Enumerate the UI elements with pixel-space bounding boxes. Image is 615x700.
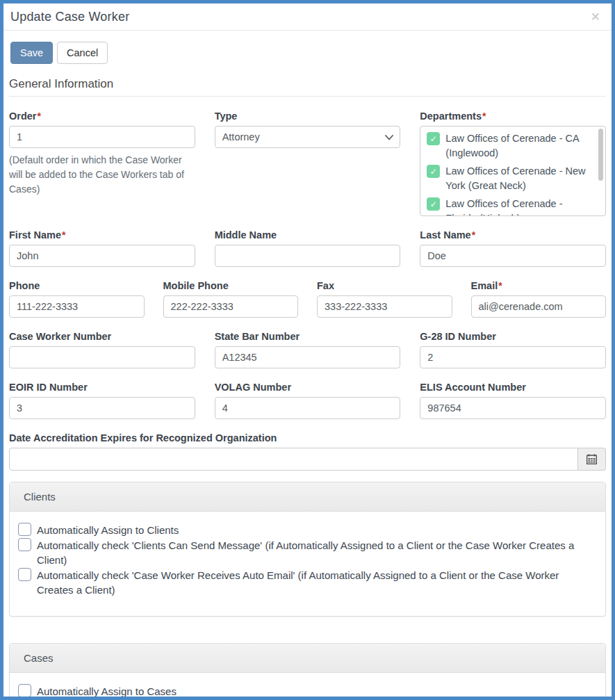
save-button[interactable]: Save	[10, 42, 53, 64]
dialog-titlebar: Update Case Worker ✕	[3, 3, 612, 31]
clients-panel-title: Clients	[24, 491, 56, 503]
auto-assign-clients-checkbox-row[interactable]: Automatically Assign to Clients	[18, 523, 597, 537]
order-label: Order*	[9, 111, 195, 122]
required-marker: *	[482, 111, 486, 122]
section-title: General Information	[9, 77, 606, 91]
required-marker: *	[62, 229, 65, 241]
required-marker: *	[498, 280, 502, 291]
unchecked-checkbox[interactable]	[18, 538, 31, 551]
calendar-icon	[587, 454, 597, 464]
form-row-6: Date Accreditation Expires for Recognize…	[9, 432, 606, 471]
g28-id-number-label: G-28 ID Number	[420, 331, 606, 342]
general-information-section-heading: General Information	[9, 77, 606, 97]
email-label: Email*	[471, 280, 607, 291]
g28-id-number-field-group: G-28 ID Number	[420, 331, 606, 368]
volag-number-field-group: VOLAG Number	[215, 382, 401, 419]
cases-panel-header: Cases	[10, 644, 605, 673]
g28-id-number-input[interactable]	[420, 346, 606, 368]
email-input[interactable]	[471, 295, 607, 318]
first-name-field-group: First Name*	[9, 229, 195, 267]
calendar-button[interactable]	[578, 448, 606, 471]
type-field-group: Type Attorney	[215, 111, 401, 216]
close-button[interactable]: ✕	[588, 10, 603, 24]
dialog-toolbar: Save Cancel	[10, 42, 612, 64]
departments-label: Departments*	[420, 111, 606, 122]
section-divider	[9, 96, 606, 97]
chevron-down-icon	[385, 135, 393, 140]
date-accreditation-input[interactable]	[9, 448, 578, 471]
case-worker-receives-auto-email-checkbox-row[interactable]: Automatically check 'Case Worker Receive…	[18, 568, 597, 597]
unchecked-checkbox[interactable]	[18, 523, 31, 536]
state-bar-number-input[interactable]	[215, 346, 401, 368]
unchecked-checkbox[interactable]	[18, 568, 31, 581]
update-case-worker-dialog: Update Case Worker ✕ Save Cancel General…	[0, 0, 615, 700]
fax-label: Fax	[317, 280, 452, 291]
last-name-label: Last Name*	[420, 229, 606, 241]
clients-panel-header: Clients	[10, 482, 605, 512]
form-row-3: Phone Mobile Phone Fax Email*	[9, 280, 606, 318]
first-name-label: First Name*	[9, 229, 195, 241]
phone-label: Phone	[9, 280, 145, 291]
eoir-id-number-field-group: EOIR ID Number	[9, 382, 195, 419]
fax-input[interactable]	[317, 295, 452, 318]
middle-name-label: Middle Name	[215, 229, 401, 241]
form-row-2: First Name* Middle Name Last Name*	[9, 229, 606, 267]
mobile-phone-label: Mobile Phone	[163, 280, 299, 291]
elis-account-number-label: ELIS Account Number	[420, 382, 606, 393]
eoir-id-number-label: EOIR ID Number	[9, 382, 195, 393]
eoir-id-number-input[interactable]	[9, 397, 195, 419]
mobile-phone-input[interactable]	[163, 295, 299, 318]
unchecked-checkbox[interactable]	[18, 684, 31, 697]
first-name-input[interactable]	[9, 245, 195, 267]
state-bar-number-label: State Bar Number	[215, 331, 401, 342]
type-label: Type	[215, 111, 401, 122]
phone-field-group: Phone	[9, 280, 145, 318]
required-marker: *	[38, 111, 41, 122]
departments-field-group: Departments* ✓ Law Offices of Cerenade -…	[420, 111, 606, 216]
required-marker: *	[472, 229, 475, 241]
fax-field-group: Fax	[317, 280, 452, 318]
last-name-field-group: Last Name*	[420, 229, 606, 267]
phone-input[interactable]	[9, 295, 145, 318]
middle-name-field-group: Middle Name	[215, 229, 401, 267]
type-select[interactable]: Attorney	[215, 126, 401, 148]
auto-assign-cases-checkbox-row[interactable]: Automatically Assign to Cases	[18, 684, 597, 699]
dialog-title: Update Case Worker	[10, 10, 129, 24]
case-worker-form: Order* (Default order in which the Case …	[3, 111, 612, 471]
form-row-1: Order* (Default order in which the Case …	[9, 111, 606, 216]
cancel-button[interactable]: Cancel	[57, 42, 108, 64]
mobile-phone-field-group: Mobile Phone	[163, 280, 299, 318]
form-row-4: Case Worker Number State Bar Number G-28…	[9, 331, 606, 368]
form-row-5: EOIR ID Number VOLAG Number ELIS Account…	[9, 382, 606, 419]
listbox-scrollbar[interactable]	[598, 129, 603, 181]
checked-checkbox-icon[interactable]: ✓	[427, 132, 440, 145]
clients-panel-body: Automatically Assign to Clients Automati…	[10, 512, 605, 616]
case-worker-number-field-group: Case Worker Number	[9, 331, 195, 368]
volag-number-input[interactable]	[215, 397, 401, 419]
order-field-group: Order* (Default order in which the Case …	[9, 111, 195, 216]
last-name-input[interactable]	[420, 245, 606, 267]
middle-name-input[interactable]	[215, 245, 401, 267]
clients-can-send-message-checkbox-row[interactable]: Automatically check 'Clients Can Send Me…	[18, 538, 597, 567]
cases-panel-body: Automatically Assign to Cases Automatica…	[10, 673, 605, 700]
clients-panel: Clients Automatically Assign to Clients …	[9, 482, 606, 617]
department-option-new-york-great-neck[interactable]: ✓ Law Offices of Cerenade - New York (Gr…	[427, 164, 593, 193]
order-input[interactable]	[9, 126, 195, 148]
case-worker-number-label: Case Worker Number	[9, 331, 195, 342]
elis-account-number-input[interactable]	[420, 397, 606, 419]
date-accreditation-field-group: Date Accreditation Expires for Recognize…	[9, 432, 606, 471]
email-field-group: Email*	[471, 280, 607, 318]
departments-listbox[interactable]: ✓ Law Offices of Cerenade - CA (Inglewoo…	[420, 126, 606, 216]
department-option-ca-inglewood[interactable]: ✓ Law Offices of Cerenade - CA (Inglewoo…	[427, 131, 593, 161]
type-select-value: Attorney	[222, 131, 260, 143]
checked-checkbox-icon[interactable]: ✓	[427, 197, 440, 211]
volag-number-label: VOLAG Number	[215, 382, 401, 393]
cases-panel-title: Cases	[24, 652, 54, 664]
checked-checkbox-icon[interactable]: ✓	[427, 165, 440, 178]
close-icon: ✕	[591, 10, 600, 24]
cases-panel: Cases Automatically Assign to Cases Auto…	[9, 643, 606, 700]
elis-account-number-field-group: ELIS Account Number	[420, 382, 606, 419]
date-accreditation-label: Date Accreditation Expires for Recognize…	[9, 432, 606, 443]
case-worker-number-input[interactable]	[9, 346, 195, 368]
department-option-florida-hialeah[interactable]: ✓ Law Offices of Cerenade - Florida (Hia…	[427, 197, 593, 216]
